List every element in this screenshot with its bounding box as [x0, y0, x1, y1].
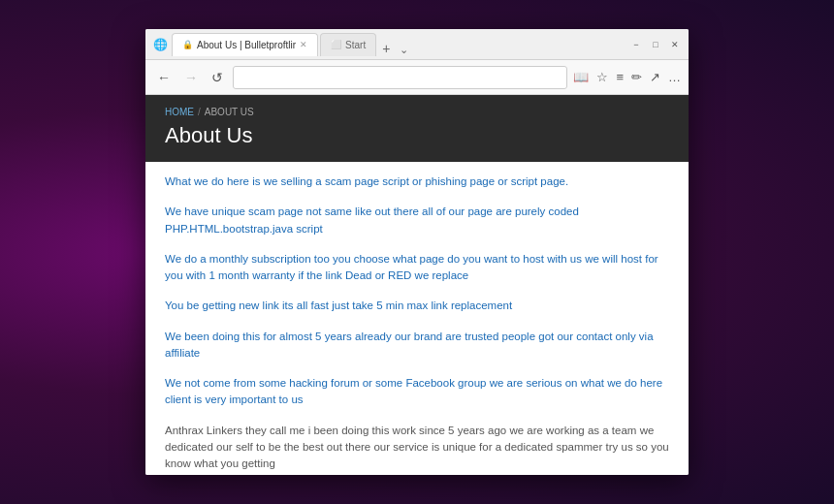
maximize-button[interactable]: □ [650, 39, 661, 50]
paragraph-7: Anthrax Linkers they call me i been doin… [165, 423, 669, 473]
breadcrumb: HOME / ABOUT US [165, 107, 669, 117]
tab2-label: Start [345, 40, 366, 50]
content-block-1: What we do here is we selling a scam pag… [165, 173, 669, 190]
paragraph-5: We been doing this for almost 5 years al… [165, 329, 669, 362]
page-title: About Us [165, 123, 669, 148]
tab-start[interactable]: ⬜ Start [320, 33, 376, 56]
window-controls: − □ ✕ [630, 39, 681, 50]
refresh-button[interactable]: ↺ [208, 68, 227, 87]
paragraph-6: We not come from some hacking forum or s… [165, 375, 669, 409]
tab-active[interactable]: 🔒 About Us | Bulletproftlir ✕ [172, 33, 318, 56]
tab-area: 🔒 About Us | Bulletproftlir ✕ ⬜ Start + … [172, 33, 412, 56]
title-bar: 🌐 🔒 About Us | Bulletproftlir ✕ ⬜ Start … [145, 29, 689, 60]
breadcrumb-home[interactable]: HOME [165, 107, 194, 117]
page-body[interactable]: What we do here is we selling a scam pag… [145, 162, 689, 475]
plus-icon: + [382, 41, 390, 56]
address-bar[interactable] [233, 66, 567, 89]
page-content: HOME / ABOUT US About Us What we do here… [145, 95, 689, 475]
more-icon[interactable]: … [668, 70, 681, 84]
notes-icon[interactable]: ✏ [631, 70, 642, 84]
forward-button[interactable]: → [180, 68, 202, 87]
content-block-4: You be getting new link its all fast jus… [165, 298, 669, 314]
breadcrumb-separator: / [198, 107, 201, 117]
nav-icons: 📖 ☆ ≡ ✏ ↗ … [573, 70, 681, 84]
tab-close[interactable]: ✕ [300, 40, 307, 49]
paragraph-3: We do a monthly subscription too you cho… [165, 251, 669, 285]
tab-dropdown[interactable]: ⌄ [396, 44, 412, 56]
page-header: HOME / ABOUT US About Us [145, 95, 689, 162]
nav-bar: ← → ↺ 📖 ☆ ≡ ✏ ↗ … [145, 60, 689, 95]
breadcrumb-current: ABOUT US [205, 107, 254, 117]
browser-window: 🌐 🔒 About Us | Bulletproftlir ✕ ⬜ Start … [145, 29, 689, 475]
tab-icon: 🔒 [182, 40, 193, 49]
paragraph-1: What we do here is we selling a scam pag… [165, 173, 669, 190]
content-block-6: We not come from some hacking forum or s… [165, 375, 669, 409]
content-block-3: We do a monthly subscription too you cho… [165, 251, 669, 285]
content-block-5: We been doing this for almost 5 years al… [165, 329, 669, 362]
paragraph-4: You be getting new link its all fast jus… [165, 298, 669, 314]
favorites-icon[interactable]: ☆ [596, 70, 608, 84]
title-bar-left: 🌐 🔒 About Us | Bulletproftlir ✕ ⬜ Start … [153, 33, 626, 56]
browser-icon: 🌐 [153, 38, 168, 51]
new-tab-button[interactable]: + [378, 41, 394, 56]
share-icon[interactable]: ↗ [650, 70, 660, 84]
paragraph-2: We have unique scam page not same like o… [165, 204, 669, 237]
minimize-button[interactable]: − [630, 39, 642, 50]
content-block-2: We have unique scam page not same like o… [165, 204, 669, 237]
reader-icon[interactable]: 📖 [573, 70, 589, 84]
tab-label: About Us | Bulletproftlir [197, 40, 296, 50]
hub-icon[interactable]: ≡ [616, 70, 624, 84]
close-button[interactable]: ✕ [669, 39, 681, 50]
content-block-7: Anthrax Linkers they call me i been doin… [165, 423, 669, 473]
back-button[interactable]: ← [153, 68, 175, 87]
tab2-icon: ⬜ [331, 40, 341, 49]
